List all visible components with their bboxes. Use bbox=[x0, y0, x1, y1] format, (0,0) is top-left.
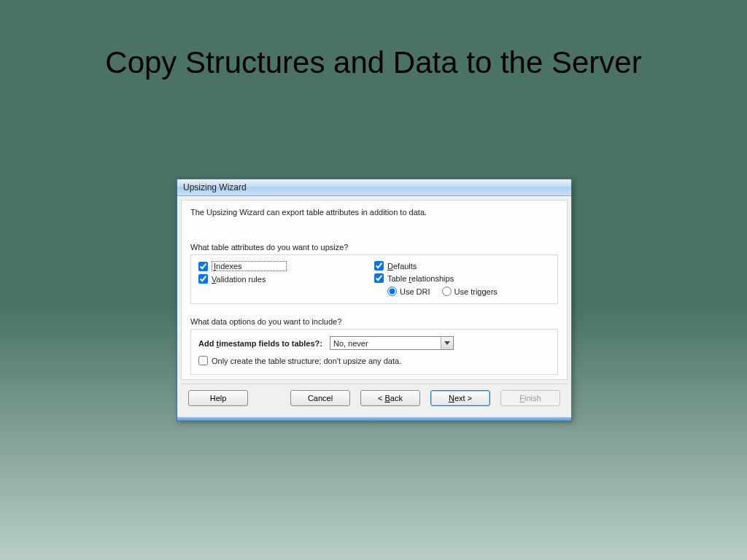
dialog-body: The Upsizing Wizard can export table att… bbox=[181, 200, 568, 380]
validation-check[interactable] bbox=[198, 274, 208, 284]
finish-button: Finish bbox=[500, 390, 560, 406]
radio-triggers-label: Use triggers bbox=[454, 287, 498, 296]
defaults-check[interactable] bbox=[374, 261, 384, 271]
only-structure-label: Only create the table structure; don't u… bbox=[212, 357, 401, 365]
upsizing-wizard-dialog: Upsizing Wizard The Upsizing Wizard can … bbox=[177, 179, 572, 421]
timestamp-select[interactable]: No, never bbox=[330, 336, 454, 350]
triggers-radio[interactable] bbox=[442, 287, 452, 296]
dropdown-icon[interactable] bbox=[441, 337, 453, 349]
radio-dri-label: Use DRI bbox=[400, 287, 430, 296]
checkbox-table-relationships[interactable]: Table relationships bbox=[374, 272, 550, 284]
dialog-titlebar[interactable]: Upsizing Wizard bbox=[177, 179, 571, 196]
relationships-check[interactable] bbox=[374, 273, 384, 283]
only-structure-check[interactable] bbox=[198, 356, 208, 365]
checkbox-validation-rules[interactable]: Validation rules bbox=[198, 273, 374, 285]
next-button[interactable]: Next > bbox=[430, 390, 490, 406]
checkbox-defaults[interactable]: Defaults bbox=[374, 260, 550, 272]
timestamp-value: No, never bbox=[330, 339, 441, 348]
indexes-check[interactable] bbox=[198, 262, 208, 271]
help-button[interactable]: Help bbox=[188, 390, 248, 406]
slide-title: Copy Structures and Data to the Server bbox=[0, 0, 747, 80]
radio-use-dri[interactable]: Use DRI bbox=[387, 287, 430, 296]
timestamp-label: Add timestamp fields to tables?: bbox=[198, 339, 322, 348]
back-button[interactable]: < Back bbox=[360, 390, 420, 406]
button-bar: Help Cancel < Back Next > Finish bbox=[181, 384, 568, 413]
data-options-section: Add timestamp fields to tables?: No, nev… bbox=[190, 329, 558, 375]
radio-use-triggers[interactable]: Use triggers bbox=[442, 287, 498, 296]
intro-text: The Upsizing Wizard can export table att… bbox=[190, 208, 558, 243]
svg-marker-0 bbox=[444, 341, 450, 345]
checkbox-only-structure[interactable]: Only create the table structure; don't u… bbox=[198, 354, 550, 367]
checkbox-indexes[interactable]: Indexes bbox=[198, 260, 374, 273]
dri-radio[interactable] bbox=[387, 287, 397, 296]
attributes-section: Indexes Validation rules Defaults Table … bbox=[190, 254, 558, 304]
cancel-button[interactable]: Cancel bbox=[290, 390, 350, 406]
attributes-question: What table attributes do you want to ups… bbox=[190, 243, 558, 252]
dialog-bottom-frame bbox=[177, 417, 571, 421]
data-options-question: What data options do you want to include… bbox=[190, 317, 558, 326]
